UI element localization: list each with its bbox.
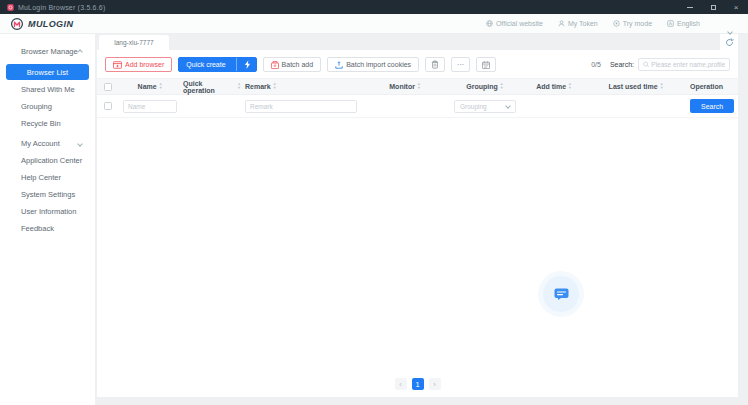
window-title: MuLogin Browser (3.5.6.6)	[18, 4, 105, 11]
nav-official-website[interactable]: Official website	[486, 20, 543, 27]
top-nav: Official website My Token Try mode Engli…	[486, 20, 700, 27]
add-browser-icon	[113, 61, 122, 69]
mulogin-logo-icon	[10, 17, 24, 31]
sort-icon[interactable]: ▲▼	[273, 83, 277, 90]
quick-create-button[interactable]: Quick create	[178, 57, 256, 72]
column-header-name[interactable]: Name ▲▼	[119, 83, 181, 90]
chevron-down-icon	[505, 103, 511, 109]
chevron-down-icon	[77, 141, 83, 147]
nav-my-token[interactable]: My Token	[558, 20, 598, 27]
filter-row: Grouping Search	[97, 95, 738, 118]
column-header-remark[interactable]: Remark ▲▼	[243, 83, 361, 90]
app-icon	[7, 4, 14, 11]
selection-counter: 0/5	[591, 61, 601, 68]
lightning-icon	[244, 60, 251, 69]
delete-button[interactable]	[425, 57, 445, 72]
sidebar-item-shared-with-me[interactable]: Shared With Me	[0, 81, 95, 98]
sidebar-item-grouping[interactable]: Grouping	[0, 98, 95, 115]
filter-name-input[interactable]	[123, 100, 177, 113]
sort-icon[interactable]: ▲▼	[417, 83, 421, 90]
sort-icon[interactable]: ▲▼	[159, 83, 163, 90]
minimize-button[interactable]	[685, 2, 695, 12]
sidebar-group-browser-manage[interactable]: Browser Manage	[0, 43, 95, 60]
column-settings-button[interactable]	[476, 57, 496, 72]
table-header: Name ▲▼ Quick operation ▲▼ Remark ▲▼ Mon…	[97, 78, 738, 95]
search-label: Search:	[610, 61, 634, 68]
global-search-box[interactable]	[638, 58, 730, 71]
brand-name: MULOGIN	[28, 19, 73, 29]
header-collapse-button[interactable]	[728, 20, 732, 38]
pagination-prev-button[interactable]: ‹	[395, 378, 407, 390]
trash-icon	[431, 60, 439, 69]
tab-active-profile[interactable]: lang-xiu-7777	[99, 35, 169, 50]
sidebar-item-recycle-bin[interactable]: Recycle Bin	[0, 115, 95, 132]
ellipsis-icon: ···	[457, 61, 464, 68]
maximize-button[interactable]	[708, 2, 718, 12]
batch-add-icon	[271, 61, 279, 69]
chevron-down-icon	[727, 29, 733, 35]
sidebar-item-system-settings[interactable]: System Settings	[0, 186, 95, 203]
refresh-icon	[725, 38, 734, 47]
batch-import-cookies-button[interactable]: Batch import cookies	[327, 57, 419, 72]
sidebar-item-help-center[interactable]: Help Center	[0, 169, 95, 186]
browser-list-panel: Add browser Quick create Batch add Batch…	[97, 50, 738, 397]
search-icon	[643, 61, 649, 68]
chat-icon	[554, 288, 569, 301]
search-input[interactable]	[651, 61, 725, 68]
close-button[interactable]: ×	[731, 2, 741, 12]
sort-icon[interactable]: ▲▼	[660, 83, 664, 90]
sort-icon[interactable]: ▲▼	[568, 83, 572, 90]
sidebar: Browser Manage Browser List Shared With …	[0, 34, 95, 405]
row-checkbox[interactable]	[104, 102, 112, 110]
pagination: ‹ 1 ›	[97, 371, 738, 397]
tab-bar: lang-xiu-7777	[97, 34, 738, 50]
calendar-icon	[482, 61, 490, 69]
column-header-quick-operation[interactable]: Quick operation ▲▼	[181, 80, 243, 94]
brand: MULOGIN	[10, 17, 73, 31]
toolbar-right: 0/5 Search:	[591, 58, 730, 71]
sort-icon[interactable]: ▲▼	[500, 83, 504, 90]
column-header-monitor[interactable]: Monitor ▲▼	[361, 83, 449, 90]
chevron-up-icon	[77, 49, 83, 55]
column-header-last-used-time[interactable]: Last used time ▲▼	[587, 83, 685, 90]
quick-create-dropdown[interactable]	[240, 60, 256, 69]
pagination-page-1[interactable]: 1	[412, 378, 424, 390]
column-header-grouping[interactable]: Grouping ▲▼	[449, 83, 521, 90]
sort-icon[interactable]: ▲▼	[237, 83, 241, 90]
sidebar-group-my-account[interactable]: My Account	[0, 135, 95, 152]
add-browser-button[interactable]: Add browser	[105, 57, 172, 72]
titlebar: MuLogin Browser (3.5.6.6) ×	[0, 0, 748, 14]
chat-support-button[interactable]	[543, 276, 579, 312]
import-cookies-icon	[335, 61, 343, 69]
sidebar-item-user-information[interactable]: User Information	[0, 203, 95, 220]
sidebar-item-browser-list[interactable]: Browser List	[6, 64, 89, 80]
table-body	[97, 118, 738, 371]
select-all-checkbox[interactable]	[104, 83, 112, 91]
language-icon	[667, 20, 674, 27]
nav-language[interactable]: English	[667, 20, 700, 27]
app-header: MULOGIN Official website My Token Try mo…	[0, 14, 748, 34]
sidebar-item-feedback[interactable]: Feedback	[0, 220, 95, 237]
user-icon	[558, 20, 565, 27]
batch-add-button[interactable]: Batch add	[263, 57, 322, 72]
toolbar: Add browser Quick create Batch add Batch…	[97, 50, 738, 78]
globe-icon	[486, 20, 493, 27]
filter-remark-input[interactable]	[245, 100, 357, 113]
column-header-add-time[interactable]: Add time ▲▼	[521, 83, 587, 90]
sidebar-item-application-center[interactable]: Application Center	[0, 152, 95, 169]
filter-grouping-select[interactable]: Grouping	[454, 100, 516, 113]
main-area: lang-xiu-7777 Add browser Quick create	[95, 34, 748, 405]
filter-search-button[interactable]: Search	[690, 99, 734, 113]
mode-icon	[613, 20, 620, 27]
more-actions-button[interactable]: ···	[451, 57, 470, 72]
nav-try-mode[interactable]: Try mode	[613, 20, 652, 27]
pagination-next-button[interactable]: ›	[429, 378, 441, 390]
column-header-operation: Operation	[685, 83, 738, 90]
